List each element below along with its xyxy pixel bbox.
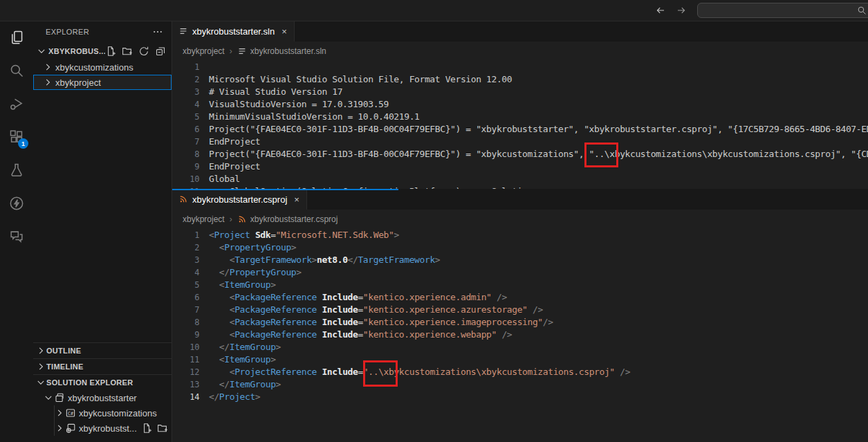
new-folder-button[interactable]	[157, 423, 168, 434]
code-line[interactable]: 13 </ItemGroup>	[172, 378, 868, 391]
code-line[interactable]: 3 <TargetFramework>net8.0</TargetFramewo…	[172, 254, 868, 266]
code-line[interactable]: 2Microsoft Visual Studio Solution File, …	[172, 73, 868, 86]
panel-header-outline[interactable]: OUTLINE	[33, 342, 172, 358]
code-line[interactable]: 10Global	[172, 173, 868, 185]
line-number: 6	[172, 291, 199, 304]
tab-xbykrobuststarter-csproj[interactable]: xbykrobuststarter.csproj ×	[172, 189, 307, 210]
line-content: <ItemGroup>	[199, 353, 276, 366]
code-line[interactable]: 8Project("{FAE04EC0-301F-11D3-BF4B-00C04…	[172, 148, 868, 160]
indent-guide	[54, 421, 55, 436]
sidebar-item-xbykcustomizations[interactable]: xbykcustomizations	[33, 59, 172, 75]
line-number: 4	[172, 98, 199, 111]
activity-item-search[interactable]	[0, 54, 33, 87]
code-line[interactable]: 6 <PackageReference Include="kentico.xpe…	[172, 291, 868, 304]
explorer-icon	[9, 30, 24, 45]
new-file-button[interactable]	[105, 46, 116, 57]
line-number: 8	[172, 316, 199, 329]
code-line[interactable]: 6Project("{FAE04EC0-301F-11D3-BF4B-00C04…	[172, 123, 868, 136]
refresh-button[interactable]	[138, 46, 149, 57]
chevron-down-icon	[36, 46, 47, 57]
line-content	[199, 61, 209, 73]
activity-item-extensions[interactable]: 1	[0, 120, 33, 154]
sidebar-title: EXPLORER	[46, 28, 89, 36]
line-content: <Project Sdk="Microsoft.NET.Sdk.Web">	[199, 229, 399, 241]
code-line[interactable]: 1<Project Sdk="Microsoft.NET.Sdk.Web">	[172, 229, 868, 241]
code-line[interactable]: 7EndProject	[172, 136, 868, 148]
title-bar	[0, 0, 868, 21]
code-line[interactable]: 14</Project>	[172, 391, 868, 403]
solution-item-xbykcustomizations[interactable]: C#xbykcustomizations	[33, 405, 172, 421]
line-number: 7	[172, 304, 199, 316]
collapse-all-button[interactable]	[155, 46, 166, 57]
line-content: <PackageReference Include="kentico.xperi…	[199, 316, 553, 329]
new-file-button[interactable]	[141, 423, 152, 434]
line-content: EndProject	[199, 136, 260, 148]
line-content: Microsoft Visual Studio Solution File, F…	[199, 73, 512, 86]
code-line[interactable]: 1	[172, 61, 868, 73]
workspace-section-header[interactable]: XBYKROBUS...	[33, 43, 172, 59]
breadcrumb-separator: ›	[230, 46, 232, 56]
code-line[interactable]: 9EndProject	[172, 160, 868, 173]
breadcrumb-folder[interactable]: xbykproject	[183, 46, 225, 56]
chat-icon	[9, 229, 24, 244]
activity-item-run-debug[interactable]	[0, 87, 33, 120]
code-line[interactable]: 9 <PackageReference Include="kentico.xpe…	[172, 329, 868, 341]
code-line[interactable]: 2 <PropertyGroup>	[172, 241, 868, 254]
line-content: <TargetFramework>net8.0</TargetFramework…	[199, 254, 440, 266]
solution-item-xbykrobustst-[interactable]: xbykrobustst...	[33, 421, 172, 436]
csharpproj-icon: C#	[65, 407, 76, 418]
navigate-forward-button[interactable]	[673, 3, 690, 18]
run-debug-icon	[9, 96, 24, 111]
command-center-search-box[interactable]	[697, 3, 868, 18]
code-line[interactable]: 11 <ItemGroup>	[172, 353, 868, 366]
navigate-back-button[interactable]	[652, 3, 669, 18]
sidebar-bottom-panels: OUTLINETIMELINESOLUTION EXPLORERxbykrobu…	[33, 342, 172, 436]
code-line[interactable]: 12 <ProjectReference Include="..\xbykcus…	[172, 366, 868, 378]
code-line[interactable]: 10 </ItemGroup>	[172, 341, 868, 353]
line-content: # Visual Studio Version 17	[199, 86, 342, 98]
code-editor-sln[interactable]: 12Microsoft Visual Studio Solution File,…	[172, 61, 868, 189]
line-number: 4	[172, 266, 199, 279]
chevron-down-icon	[43, 392, 54, 403]
explorer-sidebar: EXPLORER XBYKROBUS... xbykcustomizations…	[33, 21, 172, 442]
close-icon[interactable]: ×	[294, 194, 299, 205]
breadcrumb-file[interactable]: xbykrobuststarter.csproj	[237, 214, 338, 224]
line-number: 7	[172, 136, 199, 148]
breadcrumb-csproj: xbykproject › xbykrobuststarter.csproj	[172, 210, 868, 229]
activity-item-testing[interactable]	[0, 154, 33, 187]
breadcrumb-sln: xbykproject › xbykrobuststarter.sln	[172, 42, 868, 61]
new-folder-button[interactable]	[122, 46, 133, 57]
line-content: </ItemGroup>	[199, 341, 281, 353]
close-icon[interactable]: ×	[281, 26, 287, 37]
code-line[interactable]: 4 </PropertyGroup>	[172, 266, 868, 279]
breadcrumb-folder[interactable]: xbykproject	[183, 214, 225, 224]
search-icon	[857, 6, 867, 15]
panel-header-timeline[interactable]: TIMELINE	[33, 358, 172, 374]
tab-xbykrobuststarter-sln[interactable]: xbykrobuststarter.sln ×	[172, 21, 295, 42]
code-line[interactable]: 7 <PackageReference Include="kentico.xpe…	[172, 304, 868, 316]
sidebar-item-xbykproject[interactable]: xbykproject	[33, 75, 172, 90]
line-content: </PropertyGroup>	[199, 266, 302, 279]
code-line[interactable]: 4VisualStudioVersion = 17.0.31903.59	[172, 98, 868, 111]
solution-item-xbykrobuststarter[interactable]: xbykrobuststarter	[33, 390, 172, 405]
line-number: 2	[172, 73, 199, 86]
activity-item-power[interactable]	[0, 187, 33, 220]
line-number: 11	[172, 353, 199, 366]
breadcrumb-separator: ›	[230, 214, 232, 224]
breadcrumb-file[interactable]: xbykrobuststarter.sln	[237, 46, 326, 56]
code-editor-csproj[interactable]: 1<Project Sdk="Microsoft.NET.Sdk.Web">2 …	[172, 229, 868, 403]
activity-item-chat[interactable]	[0, 220, 33, 253]
code-line[interactable]: 5 <ItemGroup>	[172, 279, 868, 291]
more-actions-icon[interactable]	[152, 26, 163, 37]
code-line[interactable]: 5MinimumVisualStudioVersion = 10.0.40219…	[172, 111, 868, 123]
line-content: Project("{FAE04EC0-301F-11D3-BF4B-00C04F…	[199, 148, 868, 160]
tree-item-label: xbykrobustst...	[79, 423, 137, 434]
panel-header-solution-explorer[interactable]: SOLUTION EXPLORER	[33, 374, 172, 390]
editor-split-sash[interactable]	[172, 189, 398, 190]
code-line[interactable]: 8 <PackageReference Include="kentico.xpe…	[172, 316, 868, 329]
code-line[interactable]: 3# Visual Studio Version 17	[172, 86, 868, 98]
chevron-right-icon	[54, 407, 65, 418]
activity-item-explorer[interactable]	[0, 21, 33, 54]
line-number: 10	[172, 341, 199, 353]
tab-bar-bottom: xbykrobuststarter.csproj ×	[172, 189, 868, 210]
